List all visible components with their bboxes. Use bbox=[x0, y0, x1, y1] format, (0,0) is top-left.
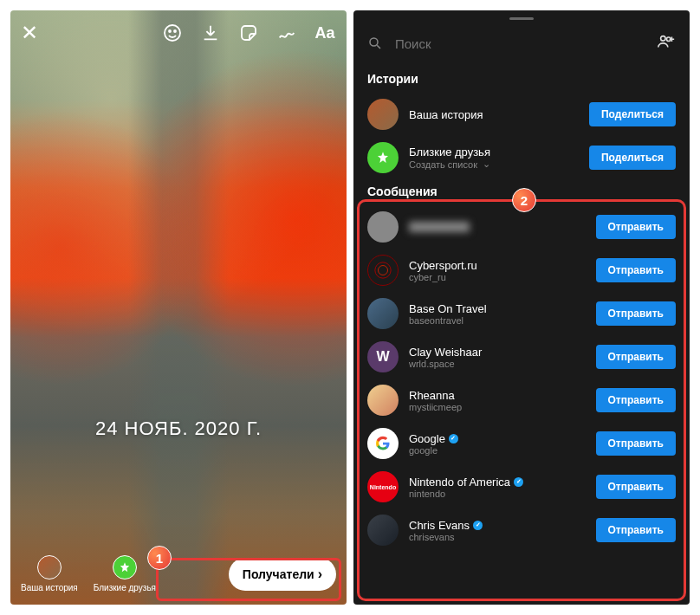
row-name: Base On Travel bbox=[409, 302, 487, 315]
share-sheet-screen: Истории Ваша история Поделиться Близкие … bbox=[353, 10, 690, 605]
verified-icon bbox=[514, 477, 523, 487]
story-editor-screen: ✕ Aa 24 НОЯБ. 2020 Г. Ваша история Близк… bbox=[10, 10, 347, 605]
search-icon bbox=[367, 36, 383, 51]
editor-actions: Aa bbox=[161, 22, 336, 44]
avatar bbox=[367, 211, 399, 243]
chevron-down-icon bbox=[481, 159, 490, 170]
send-button[interactable]: Отправить bbox=[596, 431, 676, 456]
target-label: Ваша история bbox=[21, 583, 78, 592]
avatar bbox=[37, 555, 62, 579]
row-name: Ваша история bbox=[409, 108, 483, 121]
send-button[interactable]: Отправить bbox=[596, 345, 676, 369]
avatar bbox=[367, 255, 399, 286]
story-background-image bbox=[10, 10, 347, 605]
send-button[interactable]: Отправить bbox=[596, 518, 676, 542]
messages-section-title: Сообщения bbox=[353, 179, 690, 205]
svg-point-3 bbox=[370, 38, 378, 46]
svg-point-7 bbox=[379, 266, 388, 275]
message-row: Base On TravelbaseontravelОтправить bbox=[353, 292, 690, 335]
row-sub: mystiicmeep bbox=[409, 402, 462, 412]
send-button[interactable]: Отправить bbox=[596, 258, 676, 282]
send-button[interactable]: Отправить bbox=[596, 475, 676, 499]
message-row: Google googleОтправить bbox=[353, 422, 690, 465]
row-sub[interactable]: Создать список bbox=[409, 159, 490, 170]
date-sticker[interactable]: 24 НОЯБ. 2020 Г. bbox=[10, 418, 347, 440]
avatar bbox=[367, 515, 399, 546]
avatar: W bbox=[367, 341, 399, 372]
target-label: Близкие друзья bbox=[94, 583, 156, 592]
svg-point-2 bbox=[174, 30, 176, 32]
close-friends-target[interactable]: Близкие друзья bbox=[94, 555, 156, 592]
svg-point-1 bbox=[169, 30, 171, 32]
share-button[interactable]: Поделиться bbox=[589, 102, 676, 126]
your-story-target[interactable]: Ваша история bbox=[21, 555, 78, 592]
messages-list: ОтправитьCybersport.rucyber_ruОтправитьB… bbox=[353, 205, 690, 552]
face-filter-icon[interactable] bbox=[161, 22, 184, 44]
message-row: WClay Weishaarwrld.spaceОтправить bbox=[353, 335, 690, 379]
avatar bbox=[367, 298, 399, 329]
message-row: Cybersport.rucyber_ruОтправить bbox=[353, 249, 690, 292]
row-sub: wrld.space bbox=[409, 359, 482, 369]
send-button[interactable]: Отправить bbox=[596, 215, 676, 239]
avatar bbox=[367, 428, 399, 459]
row-name: Близкие друзья bbox=[409, 146, 490, 159]
row-sub: baseontravel bbox=[409, 315, 487, 326]
svg-point-4 bbox=[661, 36, 666, 42]
avatar bbox=[367, 99, 399, 130]
avatar bbox=[367, 385, 399, 416]
row-name: Nintendo of America bbox=[409, 476, 523, 489]
star-icon bbox=[113, 555, 137, 579]
annotation-badge-1: 1 bbox=[147, 546, 172, 570]
star-icon bbox=[367, 142, 399, 173]
svg-point-0 bbox=[165, 25, 180, 41]
row-name: Clay Weishaar bbox=[409, 346, 482, 359]
send-button[interactable]: Отправить bbox=[596, 388, 676, 412]
row-sub: google bbox=[409, 445, 458, 456]
row-name: Chris Evans bbox=[409, 519, 483, 532]
svg-point-6 bbox=[375, 262, 391, 278]
editor-topbar: ✕ Aa bbox=[21, 21, 336, 45]
download-icon[interactable] bbox=[199, 22, 222, 44]
row-name bbox=[409, 222, 470, 232]
story-row-close-friends: Близкие друзья Создать список Поделиться bbox=[353, 136, 690, 179]
verified-icon bbox=[473, 521, 483, 530]
draw-icon[interactable] bbox=[275, 22, 298, 44]
avatar: Nintendo bbox=[367, 471, 399, 502]
row-sub: chrisevans bbox=[409, 532, 483, 542]
row-sub: nintendo bbox=[409, 489, 523, 499]
row-sub: cyber_ru bbox=[409, 272, 477, 282]
add-people-icon[interactable] bbox=[657, 32, 676, 55]
close-icon[interactable]: ✕ bbox=[21, 21, 38, 45]
sticker-icon[interactable] bbox=[237, 22, 260, 44]
message-row: RheannamystiicmeepОтправить bbox=[353, 379, 690, 422]
search-input[interactable] bbox=[395, 36, 645, 51]
row-name: Rheanna bbox=[409, 389, 462, 402]
search-row bbox=[353, 20, 690, 67]
row-name: Cybersport.ru bbox=[409, 259, 477, 272]
send-button[interactable]: Отправить bbox=[596, 301, 676, 326]
story-row-your-story: Ваша история Поделиться bbox=[353, 93, 690, 136]
row-name: Google bbox=[409, 432, 458, 445]
verified-icon bbox=[449, 434, 458, 443]
message-row: NintendoNintendo of America nintendoОтпр… bbox=[353, 465, 690, 508]
annotation-box-1 bbox=[156, 558, 341, 601]
text-icon[interactable]: Aa bbox=[314, 22, 336, 44]
message-row: Chris Evans chrisevansОтправить bbox=[353, 508, 690, 552]
share-button[interactable]: Поделиться bbox=[589, 146, 676, 170]
stories-section-title: Истории bbox=[353, 67, 690, 93]
message-row: Отправить bbox=[353, 205, 690, 249]
